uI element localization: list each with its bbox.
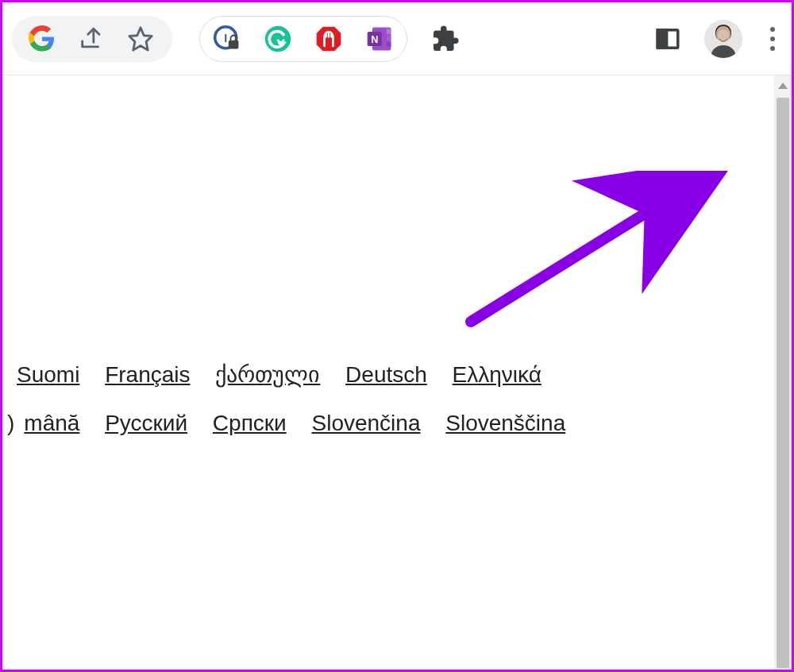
lang-link[interactable]: Deutsch: [345, 362, 427, 387]
svg-line-17: [471, 179, 701, 322]
address-bar-group: [12, 16, 172, 62]
lang-link[interactable]: Suomi: [17, 362, 79, 387]
scroll-up-button[interactable]: [774, 75, 792, 96]
lang-link[interactable]: mână: [24, 411, 79, 435]
clock-lock-icon[interactable]: I: [211, 23, 243, 55]
svg-point-16: [718, 29, 729, 42]
star-icon[interactable]: [125, 23, 156, 55]
kebab-menu-icon[interactable]: [763, 27, 782, 51]
google-icon[interactable]: [26, 23, 58, 55]
share-icon[interactable]: [75, 23, 107, 55]
adblock-icon[interactable]: [313, 23, 345, 55]
svg-rect-9: [387, 41, 391, 46]
lang-link[interactable]: Français: [105, 362, 190, 387]
content-area: Suomi Français ქართული Deutsch Ελληνικά …: [2, 75, 792, 670]
profile-avatar[interactable]: [704, 20, 742, 58]
scrollbar[interactable]: [774, 75, 792, 670]
side-panel-icon[interactable]: [652, 23, 684, 55]
svg-rect-7: [387, 29, 391, 33]
extensions-group: I: [199, 16, 407, 62]
grammarly-icon[interactable]: [262, 23, 294, 55]
svg-text:I: I: [224, 31, 227, 44]
lang-link[interactable]: ქართული: [215, 362, 320, 387]
row2-prefix: ): [7, 411, 14, 435]
language-links: Suomi Français ქართული Deutsch Ελληνικά …: [2, 353, 575, 445]
toolbar-right-group: [652, 20, 782, 58]
page-content: Suomi Français ქართული Deutsch Ελληνικά …: [2, 75, 774, 670]
extensions-icon[interactable]: [430, 23, 461, 55]
svg-marker-5: [317, 26, 341, 51]
lang-link[interactable]: Ελληνικά: [453, 362, 542, 387]
annotation-arrow: [447, 171, 733, 346]
svg-rect-13: [657, 29, 666, 48]
svg-rect-3: [229, 40, 239, 48]
scroll-thumb[interactable]: [777, 98, 789, 668]
onenote-icon[interactable]: N: [364, 23, 395, 55]
svg-marker-0: [129, 27, 152, 49]
language-row-2: )mână Русский Српски Slovenčina Slovenšč…: [7, 402, 575, 446]
lang-link[interactable]: Slovenčina: [311, 411, 420, 435]
lang-link[interactable]: Српски: [213, 411, 287, 435]
svg-text:N: N: [371, 33, 378, 44]
lang-link[interactable]: Русский: [105, 411, 187, 435]
language-row-1: Suomi Français ქართული Deutsch Ελληνικά: [7, 353, 575, 397]
svg-rect-8: [387, 35, 391, 40]
lang-link[interactable]: Slovenščina: [445, 411, 565, 435]
browser-window: I: [0, 0, 794, 672]
browser-toolbar: I: [2, 2, 792, 75]
